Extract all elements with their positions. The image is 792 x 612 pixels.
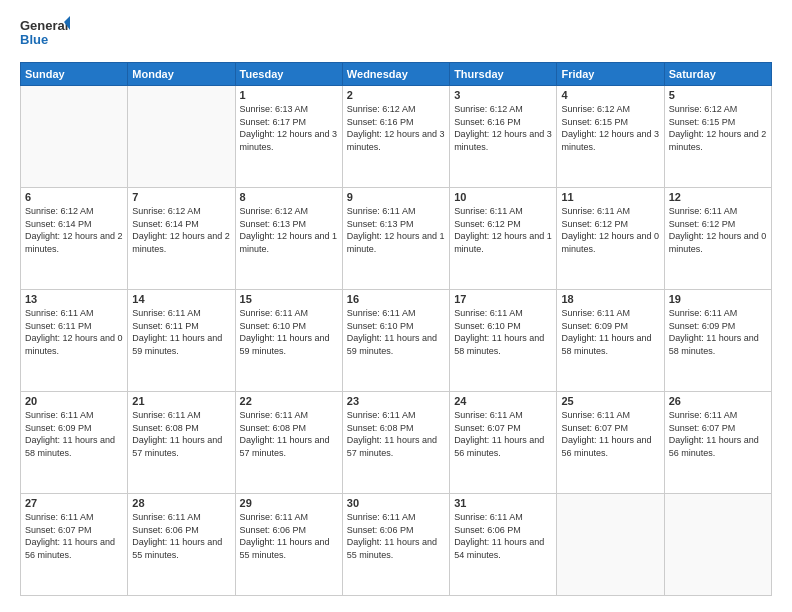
day-info: Sunrise: 6:11 AMSunset: 6:06 PMDaylight:… [454,511,552,561]
calendar-cell: 31Sunrise: 6:11 AMSunset: 6:06 PMDayligh… [450,494,557,596]
logo: General Blue [20,16,70,52]
day-number: 19 [669,293,767,305]
day-info: Sunrise: 6:11 AMSunset: 6:07 PMDaylight:… [25,511,123,561]
day-number: 24 [454,395,552,407]
logo-svg: General Blue [20,16,70,52]
day-number: 10 [454,191,552,203]
day-info: Sunrise: 6:11 AMSunset: 6:10 PMDaylight:… [347,307,445,357]
day-info: Sunrise: 6:11 AMSunset: 6:09 PMDaylight:… [561,307,659,357]
calendar-cell: 25Sunrise: 6:11 AMSunset: 6:07 PMDayligh… [557,392,664,494]
day-info: Sunrise: 6:11 AMSunset: 6:13 PMDaylight:… [347,205,445,255]
calendar-cell: 27Sunrise: 6:11 AMSunset: 6:07 PMDayligh… [21,494,128,596]
calendar-week-row: 6Sunrise: 6:12 AMSunset: 6:14 PMDaylight… [21,188,772,290]
day-info: Sunrise: 6:11 AMSunset: 6:07 PMDaylight:… [561,409,659,459]
day-info: Sunrise: 6:11 AMSunset: 6:06 PMDaylight:… [347,511,445,561]
day-info: Sunrise: 6:11 AMSunset: 6:09 PMDaylight:… [25,409,123,459]
day-number: 28 [132,497,230,509]
calendar-week-row: 20Sunrise: 6:11 AMSunset: 6:09 PMDayligh… [21,392,772,494]
day-info: Sunrise: 6:12 AMSunset: 6:13 PMDaylight:… [240,205,338,255]
calendar-cell [21,86,128,188]
day-number: 21 [132,395,230,407]
day-number: 22 [240,395,338,407]
day-info: Sunrise: 6:11 AMSunset: 6:10 PMDaylight:… [454,307,552,357]
day-info: Sunrise: 6:12 AMSunset: 6:15 PMDaylight:… [669,103,767,153]
svg-text:Blue: Blue [20,32,48,47]
day-number: 15 [240,293,338,305]
calendar-cell: 11Sunrise: 6:11 AMSunset: 6:12 PMDayligh… [557,188,664,290]
calendar-week-row: 13Sunrise: 6:11 AMSunset: 6:11 PMDayligh… [21,290,772,392]
calendar-body: 1Sunrise: 6:13 AMSunset: 6:17 PMDaylight… [21,86,772,596]
day-info: Sunrise: 6:11 AMSunset: 6:06 PMDaylight:… [132,511,230,561]
day-number: 4 [561,89,659,101]
calendar-week-row: 27Sunrise: 6:11 AMSunset: 6:07 PMDayligh… [21,494,772,596]
day-info: Sunrise: 6:11 AMSunset: 6:09 PMDaylight:… [669,307,767,357]
calendar-cell: 21Sunrise: 6:11 AMSunset: 6:08 PMDayligh… [128,392,235,494]
calendar-cell: 30Sunrise: 6:11 AMSunset: 6:06 PMDayligh… [342,494,449,596]
day-info: Sunrise: 6:12 AMSunset: 6:15 PMDaylight:… [561,103,659,153]
calendar-cell: 8Sunrise: 6:12 AMSunset: 6:13 PMDaylight… [235,188,342,290]
days-of-week-row: SundayMondayTuesdayWednesdayThursdayFrid… [21,63,772,86]
svg-text:General: General [20,18,68,33]
day-info: Sunrise: 6:12 AMSunset: 6:14 PMDaylight:… [25,205,123,255]
calendar-cell: 28Sunrise: 6:11 AMSunset: 6:06 PMDayligh… [128,494,235,596]
day-number: 30 [347,497,445,509]
day-of-week-header: Saturday [664,63,771,86]
day-info: Sunrise: 6:11 AMSunset: 6:11 PMDaylight:… [25,307,123,357]
day-info: Sunrise: 6:11 AMSunset: 6:07 PMDaylight:… [669,409,767,459]
calendar-cell: 7Sunrise: 6:12 AMSunset: 6:14 PMDaylight… [128,188,235,290]
calendar-cell: 9Sunrise: 6:11 AMSunset: 6:13 PMDaylight… [342,188,449,290]
day-info: Sunrise: 6:11 AMSunset: 6:06 PMDaylight:… [240,511,338,561]
calendar-cell: 1Sunrise: 6:13 AMSunset: 6:17 PMDaylight… [235,86,342,188]
day-info: Sunrise: 6:11 AMSunset: 6:07 PMDaylight:… [454,409,552,459]
calendar-week-row: 1Sunrise: 6:13 AMSunset: 6:17 PMDaylight… [21,86,772,188]
calendar-cell [557,494,664,596]
calendar-cell: 29Sunrise: 6:11 AMSunset: 6:06 PMDayligh… [235,494,342,596]
calendar-cell: 19Sunrise: 6:11 AMSunset: 6:09 PMDayligh… [664,290,771,392]
calendar-cell: 12Sunrise: 6:11 AMSunset: 6:12 PMDayligh… [664,188,771,290]
day-number: 29 [240,497,338,509]
day-of-week-header: Sunday [21,63,128,86]
calendar-cell: 5Sunrise: 6:12 AMSunset: 6:15 PMDaylight… [664,86,771,188]
calendar-cell: 3Sunrise: 6:12 AMSunset: 6:16 PMDaylight… [450,86,557,188]
day-number: 3 [454,89,552,101]
header: General Blue [20,16,772,52]
day-number: 27 [25,497,123,509]
day-number: 5 [669,89,767,101]
calendar-cell: 22Sunrise: 6:11 AMSunset: 6:08 PMDayligh… [235,392,342,494]
day-number: 25 [561,395,659,407]
day-of-week-header: Tuesday [235,63,342,86]
day-number: 16 [347,293,445,305]
day-info: Sunrise: 6:12 AMSunset: 6:14 PMDaylight:… [132,205,230,255]
calendar-cell: 24Sunrise: 6:11 AMSunset: 6:07 PMDayligh… [450,392,557,494]
calendar-cell: 13Sunrise: 6:11 AMSunset: 6:11 PMDayligh… [21,290,128,392]
day-info: Sunrise: 6:11 AMSunset: 6:12 PMDaylight:… [454,205,552,255]
day-number: 8 [240,191,338,203]
day-number: 31 [454,497,552,509]
day-of-week-header: Friday [557,63,664,86]
day-of-week-header: Thursday [450,63,557,86]
day-number: 26 [669,395,767,407]
day-info: Sunrise: 6:12 AMSunset: 6:16 PMDaylight:… [454,103,552,153]
day-number: 12 [669,191,767,203]
calendar-cell: 23Sunrise: 6:11 AMSunset: 6:08 PMDayligh… [342,392,449,494]
day-number: 17 [454,293,552,305]
day-info: Sunrise: 6:11 AMSunset: 6:08 PMDaylight:… [132,409,230,459]
day-number: 13 [25,293,123,305]
calendar-cell [664,494,771,596]
day-number: 6 [25,191,123,203]
day-number: 1 [240,89,338,101]
day-number: 2 [347,89,445,101]
day-info: Sunrise: 6:11 AMSunset: 6:12 PMDaylight:… [669,205,767,255]
calendar-cell: 14Sunrise: 6:11 AMSunset: 6:11 PMDayligh… [128,290,235,392]
day-info: Sunrise: 6:13 AMSunset: 6:17 PMDaylight:… [240,103,338,153]
day-info: Sunrise: 6:11 AMSunset: 6:10 PMDaylight:… [240,307,338,357]
calendar-cell: 4Sunrise: 6:12 AMSunset: 6:15 PMDaylight… [557,86,664,188]
calendar-cell [128,86,235,188]
day-info: Sunrise: 6:12 AMSunset: 6:16 PMDaylight:… [347,103,445,153]
calendar-cell: 15Sunrise: 6:11 AMSunset: 6:10 PMDayligh… [235,290,342,392]
page: General Blue SundayMondayTuesdayWednesda… [0,0,792,612]
day-of-week-header: Monday [128,63,235,86]
day-number: 20 [25,395,123,407]
calendar-cell: 6Sunrise: 6:12 AMSunset: 6:14 PMDaylight… [21,188,128,290]
calendar-cell: 17Sunrise: 6:11 AMSunset: 6:10 PMDayligh… [450,290,557,392]
